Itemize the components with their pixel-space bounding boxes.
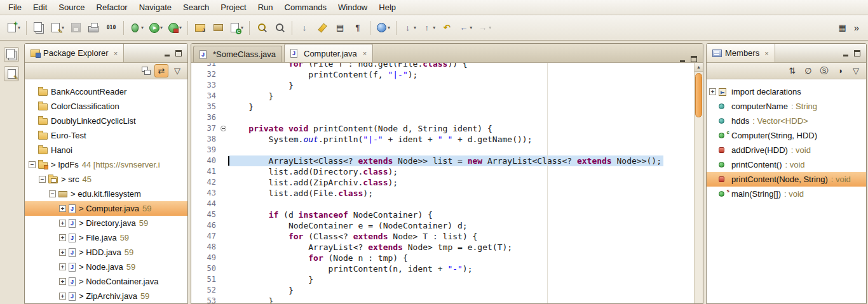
expand-icon[interactable]: + [59, 234, 66, 241]
maximize-view-button[interactable] [175, 50, 182, 56]
line-number[interactable]: 46 [200, 220, 219, 231]
member-item[interactable]: hdds: Vector<HDD> [707, 114, 866, 128]
code-line[interactable]: 46 NodeContainer e = (NodeContainer) d; [191, 220, 694, 231]
hide-fields-button[interactable]: ∅ [801, 64, 815, 77]
tree-item[interactable]: −> edu.kit.filesystem [25, 187, 187, 201]
fastview-editor-button[interactable] [4, 66, 19, 81]
code-line[interactable]: 37 private void printContent(Node d, Str… [191, 123, 694, 134]
expand-icon[interactable]: + [59, 263, 66, 270]
close-tab-icon[interactable]: × [363, 50, 367, 57]
minimize-members-button[interactable] [843, 50, 849, 56]
show-whitespace-button[interactable]: ¶ [349, 19, 366, 37]
members-list[interactable]: +import declarationscomputerName: String… [707, 79, 866, 303]
code-line[interactable]: 51 } [191, 274, 694, 285]
menu-file[interactable]: File [3, 1, 27, 14]
members-title-tab[interactable]: Members × [707, 44, 775, 62]
code-line[interactable]: 48 ArrayList<? extends Node> tmp = e.get… [191, 242, 694, 253]
package-explorer-tree[interactable]: BankAccountReaderColorClassificationDoub… [25, 79, 187, 303]
line-number[interactable]: 44 [200, 199, 219, 209]
save-button[interactable] [67, 19, 84, 37]
tree-item[interactable]: BankAccountReader [25, 84, 187, 99]
tree-item[interactable]: −> IpdFs44 [https://svnserver.i [25, 157, 187, 172]
maximize-members-button[interactable] [854, 50, 860, 56]
menu-refactor[interactable]: Refactor [91, 1, 133, 14]
code-line[interactable]: 49 for (Node n : tmp) { [191, 253, 694, 263]
code-line[interactable]: 47 for (Class<? extends Node> T : list) … [191, 231, 694, 242]
members-close-icon[interactable]: × [764, 50, 768, 57]
menu-navigate[interactable]: Navigate [133, 1, 177, 14]
package-explorer-title-tab[interactable]: Package Explorer × [25, 44, 124, 62]
menu-source[interactable]: Source [53, 1, 90, 14]
print-button[interactable] [85, 19, 102, 37]
editor-vertical-scrollbar[interactable]: ▲ [694, 63, 703, 303]
code-line[interactable]: 39 [191, 145, 694, 155]
view-menu-button[interactable]: ▽ [170, 64, 184, 77]
maximize-editor-button[interactable] [691, 56, 697, 62]
menu-help[interactable]: Help [373, 1, 402, 14]
line-number[interactable]: 47 [200, 231, 219, 242]
member-item[interactable]: printContent(): void [707, 157, 866, 172]
tree-item[interactable]: +> HDD.java59 [25, 245, 187, 260]
new-file-button[interactable]: ▾ [48, 19, 66, 37]
code-line[interactable]: 53 } [191, 296, 694, 303]
member-item[interactable]: smain(String[]): void [707, 187, 866, 201]
code-line[interactable]: 36 [191, 112, 694, 123]
line-number[interactable]: 34 [200, 91, 219, 102]
collapse-icon[interactable]: − [49, 190, 56, 197]
line-number[interactable]: 32 [200, 69, 219, 80]
line-number[interactable]: 48 [200, 242, 219, 253]
code-line[interactable]: 43 list.add(File.class); [191, 188, 694, 199]
tree-item[interactable]: ColorClassification [25, 99, 187, 114]
menu-run[interactable]: Run [252, 1, 279, 14]
back-button[interactable]: ←▾ [456, 19, 474, 37]
view-menu-button[interactable]: ▽ [849, 64, 863, 77]
collapse-icon[interactable]: − [29, 161, 36, 168]
expand-icon[interactable]: + [59, 220, 66, 227]
code-line[interactable]: 41 list.add(Directory.class); [191, 166, 694, 177]
line-number[interactable]: 49 [200, 253, 219, 263]
minimize-view-button[interactable] [164, 50, 170, 56]
new-wizard-button[interactable]: ▾ [4, 19, 22, 37]
member-item[interactable]: printContent(Node, String): void [707, 172, 866, 187]
line-number[interactable]: 40 [200, 155, 219, 166]
next-annotation-button[interactable]: ↓ [296, 19, 313, 37]
tree-item[interactable]: Hanoi [25, 143, 187, 157]
line-number[interactable]: 42 [200, 177, 219, 188]
line-number[interactable]: 38 [200, 134, 219, 145]
menu-search[interactable]: Search [177, 1, 215, 14]
line-number[interactable]: 41 [200, 166, 219, 177]
menu-edit[interactable]: Edit [27, 1, 53, 14]
expand-icon[interactable]: + [59, 205, 66, 212]
code-line[interactable]: 50 printContent(n, ident + "-"); [191, 263, 694, 274]
code-line[interactable]: 44 [191, 199, 694, 209]
code-line[interactable]: 35 } [191, 102, 694, 112]
tree-item[interactable]: DoublyLinkedCyclicList [25, 114, 187, 128]
external-tools-button[interactable]: ▾ [166, 19, 184, 37]
expand-icon[interactable]: + [59, 249, 66, 256]
editor-tab--someclass-java[interactable]: *SomeClass.java [193, 46, 282, 62]
hide-nonpublic-button[interactable]: ◑ [833, 64, 847, 77]
code-line[interactable]: 38 System.out.println("|-" + ident + " "… [191, 134, 694, 145]
expand-icon[interactable]: + [59, 293, 66, 300]
toolbar-overflow-chevron-icon[interactable]: » [851, 22, 864, 33]
code-line[interactable]: 40 ArrayList<Class<? extends Node>> list… [191, 155, 694, 166]
line-number[interactable]: 53 [200, 296, 219, 303]
code-line[interactable]: 33 } [191, 80, 694, 91]
collapse-icon[interactable]: − [39, 176, 46, 183]
tree-item[interactable]: Euro-Test [25, 128, 187, 143]
search-button[interactable] [271, 19, 288, 37]
line-number[interactable]: 36 [200, 112, 219, 123]
menu-window[interactable]: Window [332, 1, 373, 14]
window-grid-button[interactable]: ▦ [834, 19, 851, 37]
line-number[interactable]: 37 [200, 123, 219, 134]
package-explorer-close-icon[interactable]: × [114, 50, 118, 57]
code-line[interactable]: 52 } [191, 285, 694, 296]
editor-tab-computer-java[interactable]: Computer.java× [284, 44, 373, 62]
tree-item[interactable]: +> Computer.java59 [25, 201, 187, 216]
next-edit-button[interactable]: ↓▾ [400, 19, 418, 37]
member-item[interactable]: addDrive(HDD): void [707, 143, 866, 157]
java-search-button[interactable] [254, 19, 270, 37]
line-number[interactable]: 43 [200, 188, 219, 199]
new-class-button[interactable]: ▾ [227, 19, 245, 37]
tree-item[interactable]: +> File.java59 [25, 230, 187, 245]
